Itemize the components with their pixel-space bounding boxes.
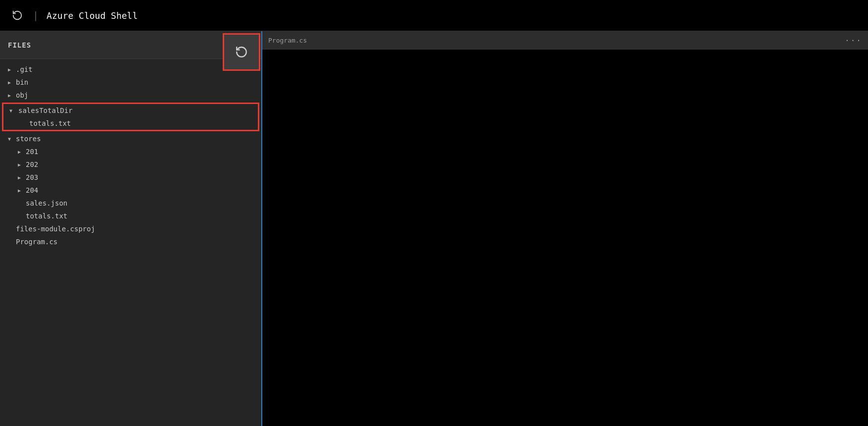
arrow-202: ▶ [18,162,26,167]
arrow-salestotaldir: ▼ [9,108,17,113]
tree-label-program: Program.cs [16,238,57,246]
tree-item-totals-inner[interactable]: ▶ totals.txt [3,117,258,130]
tree-label-sales-json: sales.json [26,199,67,207]
tree-item-obj[interactable]: ▶ obj [0,89,261,102]
title-reload-icon[interactable] [10,8,25,23]
refresh-button-wrapper [223,33,260,71]
tree-label-stores: stores [16,135,41,143]
arrow-obj: ▶ [8,93,16,98]
tree-item-204[interactable]: ▶ 204 [0,184,261,197]
highlight-group-salestotaldir: ▼ salesTotalDir ▶ totals.txt [2,103,259,131]
tree-item-salestotaldir[interactable]: ▼ salesTotalDir [3,104,258,117]
tree-item-program[interactable]: ▶ Program.cs [0,235,261,248]
tree-label-salestotaldir: salesTotalDir [18,106,73,114]
tree-item-stores[interactable]: ▼ stores [0,132,261,145]
refresh-button[interactable] [223,33,260,71]
tree-item-files-module[interactable]: ▶ files-module.csproj [0,222,261,235]
arrow-bin: ▶ [8,80,16,85]
main-area: FILES ▶ .git ▶ bin [0,31,868,426]
editor-tab-bar: Program.cs ··· [262,31,868,50]
tree-label-204: 204 [26,186,38,194]
tree-label-totals-inner: totals.txt [29,119,71,127]
tree-item-totals-stores[interactable]: ▶ totals.txt [0,210,261,222]
tree-label-202: 202 [26,160,38,168]
tree-item-202[interactable]: ▶ 202 [0,158,261,171]
arrow-stores: ▼ [8,136,16,142]
tree-item-git[interactable]: ▶ .git [0,63,261,76]
app-title: Azure Cloud Shell [47,10,138,21]
tree-item-bin[interactable]: ▶ bin [0,76,261,89]
tree-label-files-module: files-module.csproj [16,225,95,233]
tree-label-203: 203 [26,173,38,181]
sidebar-header: FILES [0,31,261,59]
tree-label-bin: bin [16,78,28,86]
tree-label-git: .git [16,65,33,73]
editor-content[interactable] [262,50,868,426]
file-tree: ▶ .git ▶ bin ▶ obj ▼ salesTotalDir ▶ [0,59,261,426]
arrow-201: ▶ [18,149,26,155]
title-divider: | [33,9,39,21]
tree-label-obj: obj [16,91,28,99]
arrow-git: ▶ [8,67,16,72]
tree-label-totals-stores: totals.txt [26,212,67,220]
title-bar: | Azure Cloud Shell [0,0,868,31]
editor-area: Program.cs ··· [262,31,868,426]
sidebar: FILES ▶ .git ▶ bin [0,31,262,426]
arrow-203: ▶ [18,175,26,180]
tree-item-203[interactable]: ▶ 203 [0,171,261,184]
editor-tab-title[interactable]: Program.cs [268,37,307,44]
tree-label-201: 201 [26,148,38,156]
tree-item-sales-json[interactable]: ▶ sales.json [0,197,261,210]
arrow-204: ▶ [18,188,26,193]
files-label: FILES [8,41,31,49]
editor-tab-dots: ··· [845,36,862,45]
tree-item-201[interactable]: ▶ 201 [0,145,261,158]
